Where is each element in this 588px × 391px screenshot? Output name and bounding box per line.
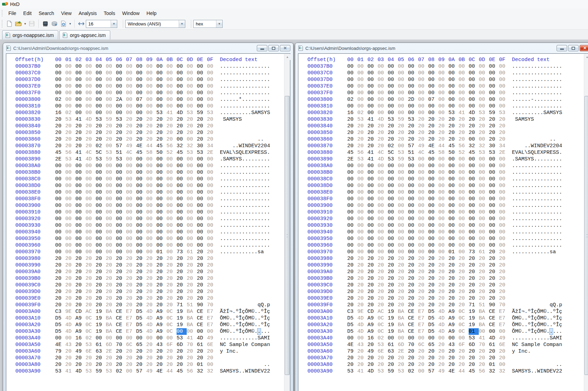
byte-cell[interactable]: 20 (469, 129, 479, 136)
byte-cell[interactable]: 61 (187, 249, 197, 255)
byte-cell[interactable]: 00 (388, 222, 398, 229)
byte-cell[interactable]: C3 (347, 308, 357, 315)
byte-cell[interactable]: 00 (459, 169, 469, 176)
byte-cell[interactable]: 00 (126, 110, 136, 116)
byte-cell[interactable]: 20 (479, 123, 489, 129)
byte-cell[interactable]: 00 (166, 196, 177, 202)
byte-cell[interactable]: 00 (85, 70, 96, 76)
byte-cell[interactable]: 20 (116, 288, 126, 295)
byte-cell[interactable]: 00 (469, 196, 479, 202)
byte-cell[interactable]: 00 (438, 110, 448, 116)
byte-cell[interactable]: 20 (428, 288, 438, 295)
byte-cell[interactable]: 70 (408, 341, 418, 348)
byte-cell[interactable]: 00 (398, 70, 408, 76)
byte-cell[interactable]: 20 (177, 355, 187, 361)
byte-cell[interactable]: 00 (408, 176, 418, 182)
hex-row[interactable]: 000038201602000000000000000053414D535953… (15, 110, 284, 116)
byte-cell[interactable]: 53 (85, 341, 96, 348)
hex-row[interactable]: 000038B000000000000000000000000000000000… (307, 169, 584, 176)
byte-cell[interactable]: 20 (96, 288, 106, 295)
byte-cell[interactable]: D5 (347, 322, 357, 328)
byte-cell[interactable]: 00 (499, 103, 509, 110)
byte-cell[interactable]: 00 (75, 96, 85, 103)
byte-cell[interactable]: 00 (438, 335, 448, 341)
byte-cell[interactable]: 41 (357, 368, 367, 375)
byte-cell[interactable]: 20 (459, 295, 469, 302)
byte-cell[interactable]: 00 (207, 202, 217, 209)
byte-cell[interactable]: 00 (428, 335, 438, 341)
byte-cell[interactable]: 02 (378, 335, 388, 341)
byte-cell[interactable]: 20 (479, 116, 489, 123)
byte-cell[interactable]: A9 (75, 322, 85, 328)
byte-cell[interactable]: 00 (367, 189, 378, 196)
byte-cell[interactable]: 00 (177, 216, 187, 222)
byte-cell[interactable]: 41 (65, 368, 75, 375)
byte-cell[interactable]: 53 (408, 116, 418, 123)
byte-cell[interactable]: 20 (378, 275, 388, 282)
byte-cell[interactable]: 00 (136, 222, 146, 229)
byte-cell[interactable]: 00 (408, 242, 418, 249)
byte-cell[interactable]: 90 (197, 302, 207, 308)
byte-cell[interactable]: 00 (408, 229, 418, 235)
byte-cell[interactable]: 41 (75, 149, 85, 156)
byte-cell[interactable]: 20 (55, 262, 65, 269)
byte-cell[interactable]: 00 (469, 156, 479, 163)
byte-cell[interactable]: 00 (65, 90, 75, 96)
byte-cell[interactable]: 00 (398, 176, 408, 182)
byte-cell[interactable]: 00 (408, 110, 418, 116)
byte-cell[interactable]: 20 (347, 123, 357, 129)
vertical-scrollbar[interactable]: ▲ ▼ (284, 54, 290, 391)
byte-cell[interactable]: 20 (499, 348, 509, 355)
byte-cell[interactable]: 4D (75, 368, 85, 375)
byte-cell[interactable]: 00 (177, 222, 187, 229)
byte-cell[interactable]: 00 (116, 209, 126, 216)
hex-row[interactable]: 00003A4000001602000000000000000053414D49… (15, 335, 284, 341)
byte-cell[interactable]: 00 (106, 235, 116, 242)
byte-cell[interactable]: 20 (398, 288, 408, 295)
byte-cell[interactable]: 20 (116, 136, 126, 143)
byte-cell[interactable]: CE (408, 322, 418, 328)
byte-cell[interactable]: 20 (136, 348, 146, 355)
hex-row[interactable]: 000039F020202020202020202020202071519070… (15, 302, 284, 308)
byte-cell[interactable]: 00 (126, 70, 136, 76)
decoded-cell[interactable]: .. (220, 361, 270, 368)
byte-cell[interactable]: 20 (428, 282, 438, 288)
byte-cell[interactable]: 20 (146, 262, 156, 269)
byte-cell[interactable]: 00 (75, 70, 85, 76)
byte-cell[interactable]: 00 (408, 235, 418, 242)
window-titlebar[interactable]: C:\Users\Admin\Downloads\orgs-noappsec.i… (3, 43, 293, 53)
byte-cell[interactable]: 32 (489, 368, 499, 375)
byte-cell[interactable]: 20 (106, 295, 116, 302)
byte-cell[interactable]: 00 (187, 328, 197, 335)
hex-row[interactable]: 000039D020202020202020202020202020202020 (15, 288, 284, 295)
byte-cell[interactable]: 00 (479, 176, 489, 182)
decoded-selected-char[interactable]: . (258, 329, 261, 334)
byte-cell[interactable]: 50 (448, 149, 459, 156)
byte-cell[interactable]: 00 (388, 182, 398, 189)
byte-cell[interactable]: A9 (448, 328, 459, 335)
byte-cell[interactable]: 20 (156, 136, 166, 143)
byte-cell[interactable]: 20 (197, 295, 207, 302)
byte-cell[interactable]: 00 (85, 63, 96, 70)
byte-cell[interactable]: 00 (357, 229, 367, 235)
byte-cell[interactable]: 41 (367, 149, 378, 156)
byte-cell[interactable]: 00 (156, 235, 166, 242)
byte-cell[interactable]: 00 (469, 83, 479, 90)
byte-cell[interactable]: 19 (177, 315, 187, 322)
hex-row[interactable]: 00003A607920496E632E20202020202020202020… (15, 348, 284, 355)
byte-cell[interactable]: 00 (438, 242, 448, 249)
byte-cell[interactable]: 00 (207, 90, 217, 96)
byte-cell[interactable]: 20 (438, 136, 448, 143)
byte-cell[interactable]: 00 (489, 202, 499, 209)
hex-row[interactable]: 000039D020202020202020202020202020202020 (307, 288, 584, 295)
byte-cell[interactable]: 00 (448, 176, 459, 182)
byte-cell[interactable]: 20 (398, 361, 408, 368)
byte-cell[interactable]: 00 (499, 361, 509, 368)
decoded-cell[interactable]: ............sa (220, 249, 270, 255)
byte-cell[interactable]: 00 (408, 90, 418, 96)
byte-cell[interactable]: 20 (96, 275, 106, 282)
byte-cell[interactable]: 20 (459, 288, 469, 295)
byte-cell[interactable]: 00 (55, 83, 65, 90)
byte-cell[interactable]: 20 (418, 136, 428, 143)
byte-cell[interactable]: 20 (418, 348, 428, 355)
